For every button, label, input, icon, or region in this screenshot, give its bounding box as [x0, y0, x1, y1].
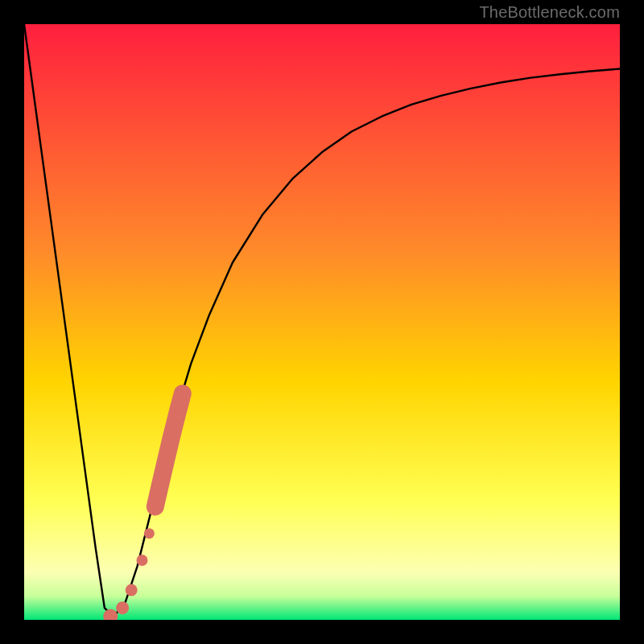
marker-dot [144, 528, 155, 539]
watermark-text: TheBottleneck.com [479, 3, 620, 22]
plot-svg [24, 24, 620, 620]
marker-dot [137, 555, 148, 566]
chart-frame: TheBottleneck.com [0, 0, 644, 644]
gradient-background [24, 24, 620, 620]
marker-dot [116, 601, 129, 614]
bottleneck-plot [24, 24, 620, 620]
marker-dot [126, 584, 138, 597]
